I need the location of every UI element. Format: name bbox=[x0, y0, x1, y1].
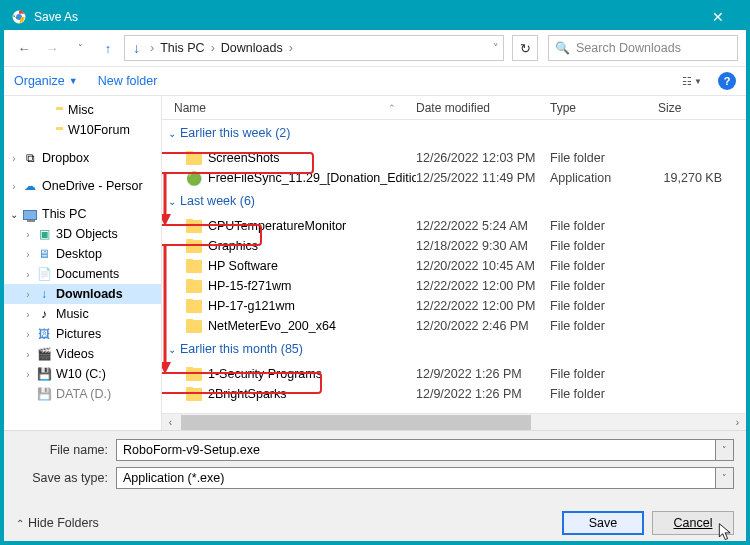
folder-icon bbox=[186, 320, 202, 333]
cancel-button[interactable]: Cancel bbox=[652, 511, 734, 535]
file-row[interactable]: 🟢FreeFileSync_11.29_[Donation_Edition]_W… bbox=[162, 168, 746, 188]
group-earlier-week[interactable]: ⌄Earlier this week (2) bbox=[162, 122, 746, 144]
organize-menu[interactable]: Organize bbox=[14, 74, 65, 88]
tree-w10c[interactable]: ›💾W10 (C:) bbox=[4, 364, 161, 384]
tree-thispc[interactable]: ⌄This PC bbox=[4, 204, 161, 224]
search-placeholder: Search Downloads bbox=[576, 41, 681, 55]
header-name[interactable]: Name⌃ bbox=[162, 101, 416, 115]
forward-button[interactable]: → bbox=[40, 36, 64, 60]
tree-onedrive[interactable]: ›☁OneDrive - Persor bbox=[4, 176, 161, 196]
file-row[interactable]: ScreenShots12/26/2022 12:03 PMFile folde… bbox=[162, 148, 746, 168]
folder-icon bbox=[186, 280, 202, 293]
view-options[interactable]: ☷ ▼ bbox=[676, 75, 708, 88]
tree-pictures[interactable]: ›🖼Pictures bbox=[4, 324, 161, 344]
nav-row: ← → ˅ ↑ ↓ › This PC › Downloads › ˅ ↻ 🔍 … bbox=[4, 30, 746, 66]
chevron-down-icon: ⌄ bbox=[168, 196, 176, 207]
help-button[interactable]: ? bbox=[718, 72, 736, 90]
tree-dropbox[interactable]: ›⧉Dropbox bbox=[4, 148, 161, 168]
chrome-icon bbox=[12, 10, 26, 24]
crumb-downloads[interactable]: Downloads bbox=[221, 41, 283, 55]
file-row[interactable]: 2BrightSparks12/9/2022 1:26 PMFile folde… bbox=[162, 384, 746, 404]
chevron-right-icon: › bbox=[150, 41, 154, 55]
file-row[interactable]: HP-17-g121wm12/22/2022 12:00 PMFile fold… bbox=[162, 296, 746, 316]
folder-icon bbox=[186, 300, 202, 313]
search-input[interactable]: 🔍 Search Downloads bbox=[548, 35, 738, 61]
saveastype-dropdown[interactable]: ˅ bbox=[716, 467, 734, 489]
file-row[interactable]: HP-15-f271wm12/22/2022 12:00 PMFile fold… bbox=[162, 276, 746, 296]
folder-icon bbox=[186, 152, 202, 165]
folder-icon bbox=[186, 368, 202, 381]
app-icon: 🟢 bbox=[186, 170, 202, 186]
saveastype-select[interactable]: Application (*.exe) bbox=[116, 467, 716, 489]
tree-3dobjects[interactable]: ›▣3D Objects bbox=[4, 224, 161, 244]
filename-label: File name: bbox=[16, 443, 116, 457]
chevron-down-icon: ⌄ bbox=[168, 128, 176, 139]
close-button[interactable]: ✕ bbox=[698, 9, 738, 25]
folder-icon bbox=[186, 388, 202, 401]
group-earlier-month[interactable]: ⌄Earlier this month (85) bbox=[162, 338, 746, 360]
cursor-icon bbox=[717, 522, 735, 542]
chevron-down-icon: ⌄ bbox=[168, 344, 176, 355]
chevron-right-icon: › bbox=[211, 41, 215, 55]
folder-icon bbox=[186, 260, 202, 273]
file-list[interactable]: ⌄Earlier this week (2) ScreenShots12/26/… bbox=[162, 120, 746, 413]
save-as-dialog: Save As ✕ ← → ˅ ↑ ↓ › This PC › Download… bbox=[4, 4, 746, 541]
recent-dropdown[interactable]: ˅ bbox=[68, 36, 92, 60]
header-date[interactable]: Date modified bbox=[416, 101, 550, 115]
tree-downloads[interactable]: ›↓Downloads bbox=[4, 284, 161, 304]
toolbar: Organize ▼ New folder ☷ ▼ ? bbox=[4, 66, 746, 96]
tree-documents[interactable]: ›📄Documents bbox=[4, 264, 161, 284]
horizontal-scrollbar[interactable]: ‹ › bbox=[162, 413, 746, 430]
hide-folders-toggle[interactable]: ⌃Hide Folders bbox=[16, 516, 99, 530]
titlebar: Save As ✕ bbox=[4, 4, 746, 30]
scroll-right-icon[interactable]: › bbox=[729, 417, 746, 428]
tree-misc[interactable]: Misc bbox=[4, 100, 161, 120]
header-type[interactable]: Type bbox=[550, 101, 658, 115]
saveastype-label: Save as type: bbox=[16, 471, 116, 485]
downloads-icon: ↓ bbox=[129, 40, 144, 56]
tree-w10forum[interactable]: W10Forum bbox=[4, 120, 161, 140]
file-row[interactable]: Graphics12/18/2022 9:30 AMFile folder bbox=[162, 236, 746, 256]
filename-input[interactable]: RoboForm-v9-Setup.exe bbox=[116, 439, 716, 461]
organize-dropdown-icon[interactable]: ▼ bbox=[69, 76, 78, 86]
crumb-thispc[interactable]: This PC bbox=[160, 41, 204, 55]
address-dropdown[interactable]: ˅ bbox=[493, 42, 499, 55]
tree-desktop[interactable]: ›🖥Desktop bbox=[4, 244, 161, 264]
back-button[interactable]: ← bbox=[12, 36, 36, 60]
group-last-week[interactable]: ⌄Last week (6) bbox=[162, 190, 746, 212]
file-row[interactable]: CPUTemperatureMonitor12/22/2022 5:24 AMF… bbox=[162, 216, 746, 236]
save-button[interactable]: Save bbox=[562, 511, 644, 535]
up-button[interactable]: ↑ bbox=[96, 36, 120, 60]
file-row[interactable]: 1-Security Programs12/9/2022 1:26 PMFile… bbox=[162, 364, 746, 384]
filename-dropdown[interactable]: ˅ bbox=[716, 439, 734, 461]
nav-tree[interactable]: Misc W10Forum ›⧉Dropbox ›☁OneDrive - Per… bbox=[4, 96, 162, 430]
folder-icon bbox=[186, 240, 202, 253]
search-icon: 🔍 bbox=[555, 41, 570, 55]
refresh-button[interactable]: ↻ bbox=[512, 35, 538, 61]
scroll-left-icon[interactable]: ‹ bbox=[162, 417, 179, 428]
new-folder-button[interactable]: New folder bbox=[98, 74, 158, 88]
column-headers: Name⌃ Date modified Type Size bbox=[162, 96, 746, 120]
file-row[interactable]: NetMeterEvo_200_x6412/20/2022 2:46 PMFil… bbox=[162, 316, 746, 336]
scroll-thumb[interactable] bbox=[181, 415, 531, 430]
header-size[interactable]: Size bbox=[658, 101, 746, 115]
folder-icon bbox=[186, 220, 202, 233]
chevron-up-icon: ⌃ bbox=[16, 518, 24, 529]
bottom-panel: File name: RoboForm-v9-Setup.exe ˅ Save … bbox=[4, 430, 746, 541]
tree-data[interactable]: 💾DATA (D.) bbox=[4, 384, 161, 404]
sort-indicator-icon: ⌃ bbox=[388, 103, 396, 113]
chevron-right-icon: › bbox=[289, 41, 293, 55]
address-bar[interactable]: ↓ › This PC › Downloads › ˅ bbox=[124, 35, 504, 61]
tree-videos[interactable]: ›🎬Videos bbox=[4, 344, 161, 364]
window-title: Save As bbox=[34, 10, 78, 24]
file-row[interactable]: HP Software12/20/2022 10:45 AMFile folde… bbox=[162, 256, 746, 276]
tree-music[interactable]: ›♪Music bbox=[4, 304, 161, 324]
